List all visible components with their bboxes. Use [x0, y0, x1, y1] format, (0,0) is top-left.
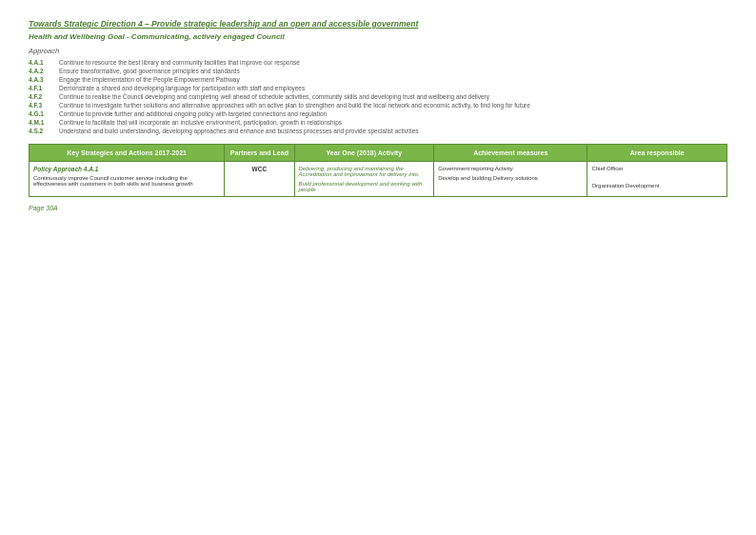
- list-item: 4.F.3Continue to investigate further sol…: [29, 102, 727, 109]
- list-item: 4.A.1Continue to resource the best libra…: [29, 59, 727, 66]
- strategy-cell: Policy Approach 4.A.1 Continuously impro…: [30, 162, 225, 197]
- list-item: 4.G.1Continue to provide further and add…: [29, 110, 727, 117]
- table-row: Policy Approach 4.A.1 Continuously impro…: [30, 162, 727, 197]
- achievement-cell: Government reporting Activity Develop an…: [434, 162, 587, 197]
- strategy-table: Key Strategies and Actions 2017-2021 Par…: [29, 144, 727, 197]
- list-item: 4.A.3Engage the implementation of the Pe…: [29, 76, 727, 83]
- col-header-partners: Partners and Lead: [225, 145, 294, 162]
- list-item: 4.A.2Ensure transformative, good governa…: [29, 68, 727, 74]
- col-header-achievement: Achievement measures: [434, 145, 587, 162]
- area-cell: Chief Officer Organisation Development: [587, 162, 727, 197]
- list-item: 4.S.2Understand and build understanding,…: [29, 128, 727, 134]
- col-header-activity: Year One (2018) Activity: [294, 145, 434, 162]
- page-subtitle: Health and Wellbeing Goal - Communicatin…: [29, 32, 727, 41]
- activity-cell: Delivering, producing and maintaining th…: [294, 162, 434, 197]
- col-header-area: Area responsible: [587, 145, 727, 162]
- approach-label: Approach: [29, 47, 727, 55]
- list-item: 4.M.1Continue to facilitate that will in…: [29, 119, 727, 126]
- approach-list: 4.A.1Continue to resource the best libra…: [29, 59, 727, 134]
- col-header-strategies: Key Strategies and Actions 2017-2021: [30, 145, 225, 162]
- partners-cell: WCC: [225, 162, 294, 197]
- page-title: Towards Strategic Direction 4 – Provide …: [29, 19, 727, 29]
- list-item: 4.F.2Continue to realise the Council dev…: [29, 93, 727, 100]
- list-item: 4.F.1Demonstrate a shared and developing…: [29, 85, 727, 91]
- page-footer: Page 30A: [29, 205, 727, 211]
